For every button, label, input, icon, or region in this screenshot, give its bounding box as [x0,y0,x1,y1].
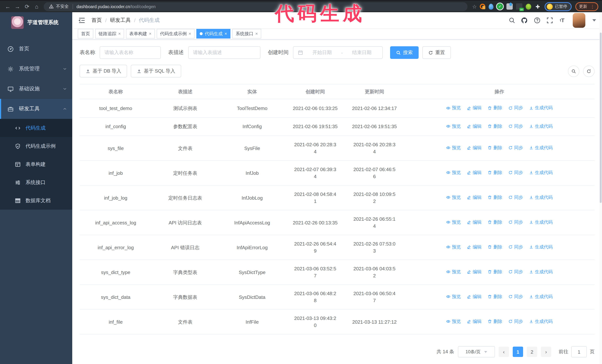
extensions-puzzle-icon[interactable]: ✚ [535,3,541,10]
table-desc-input[interactable]: 请输入表描述 [188,46,260,59]
forward-icon[interactable]: → [13,2,22,11]
refresh-table-button[interactable] [583,65,595,77]
action-generate[interactable]: 生成代码 [529,293,553,300]
scrollbar-thumb[interactable] [600,32,602,203]
action-generate[interactable]: 生成代码 [529,244,553,251]
reset-button[interactable]: 重置 [422,46,451,59]
submenu-item-codegen[interactable]: 代码生成 [0,119,72,137]
action-sync[interactable]: 同步 [508,293,523,300]
action-preview[interactable]: 预览 [446,145,461,151]
action-delete[interactable]: 删除 [487,244,502,251]
reload-icon[interactable]: ⟳ [22,2,32,11]
sidebar-item-devtools[interactable]: 研发工具 [0,99,72,119]
action-preview[interactable]: 预览 [446,104,461,112]
page-scrollbar[interactable] [599,12,602,364]
tag-system-api[interactable]: 系统接口× [232,29,261,39]
prev-page-button[interactable]: ‹ [499,347,509,357]
action-delete[interactable]: 删除 [487,269,502,275]
back-icon[interactable]: ← [3,2,13,11]
import-db-button[interactable]: 基于 DB 导入 [80,65,127,77]
action-edit[interactable]: 编辑 [467,244,482,251]
extension-icon-3[interactable]: ✓ [497,3,503,10]
action-delete[interactable]: 删除 [487,219,502,226]
close-icon[interactable]: × [118,31,121,36]
action-generate[interactable]: 生成代码 [529,269,553,275]
next-page-button[interactable]: › [541,347,551,357]
extension-icon-1[interactable] [480,4,485,9]
close-icon[interactable]: × [225,31,227,36]
close-icon[interactable]: × [255,31,258,36]
action-preview[interactable]: 预览 [446,194,461,201]
home-icon[interactable]: ⌂ [32,2,42,11]
page-size-select[interactable]: 10条/页 [458,346,495,357]
action-delete[interactable]: 删除 [487,104,502,112]
action-edit[interactable]: 编辑 [467,219,482,226]
action-generate[interactable]: 生成代码 [529,145,553,151]
page-button-2[interactable]: 2 [527,347,537,357]
action-edit[interactable]: 编辑 [467,169,482,176]
goto-page-input[interactable]: 1 [571,346,587,357]
submenu-item-form-builder[interactable]: 表单构建 [0,155,72,173]
submenu-item-db-doc[interactable]: 数据库文档 [0,191,72,210]
github-icon[interactable] [521,17,528,24]
browser-menu-button[interactable]: 更新 ⋮ [575,2,598,11]
app-logo[interactable]: 芋道管理系统 [0,12,72,33]
action-generate[interactable]: 生成代码 [529,318,553,325]
action-delete[interactable]: 删除 [487,145,502,151]
extension-icon-4[interactable] [506,3,513,10]
action-edit[interactable]: 编辑 [467,318,482,325]
action-sync[interactable]: 同步 [508,145,523,151]
action-sync[interactable]: 同步 [508,219,523,226]
page-button-1[interactable]: 1 [513,347,523,357]
action-sync[interactable]: 同步 [508,169,523,176]
sidebar-fold-icon[interactable] [78,16,86,24]
tag-codegen-active[interactable]: 代码生成× [196,29,230,39]
action-preview[interactable]: 预览 [446,169,461,176]
toggle-search-button[interactable] [568,65,580,77]
action-generate[interactable]: 生成代码 [529,219,553,226]
action-delete[interactable]: 删除 [487,194,502,201]
action-edit[interactable]: 编辑 [467,145,482,151]
avatar-caret-down-icon[interactable] [592,19,596,21]
action-preview[interactable]: 预览 [446,269,461,275]
close-icon[interactable]: × [149,31,151,36]
tag-trace[interactable]: 链路追踪× [95,29,124,39]
action-sync[interactable]: 同步 [508,318,523,325]
help-icon[interactable] [533,17,540,24]
action-edit[interactable]: 编辑 [467,123,482,130]
action-generate[interactable]: 生成代码 [529,123,553,130]
action-sync[interactable]: 同步 [508,244,523,251]
action-delete[interactable]: 删除 [487,169,502,176]
action-preview[interactable]: 预览 [446,219,461,226]
action-generate[interactable]: 生成代码 [529,104,553,112]
action-edit[interactable]: 编辑 [467,269,482,275]
tag-home[interactable]: 首页 [78,29,93,39]
font-size-icon[interactable]: tT [559,17,566,24]
fullscreen-icon[interactable] [546,17,553,24]
date-range-input[interactable]: 开始日期 - 结束日期 [293,46,383,59]
action-edit[interactable]: 编辑 [467,194,482,201]
action-preview[interactable]: 预览 [446,123,461,130]
import-sql-button[interactable]: 基于 SQL 导入 [131,65,181,77]
search-button[interactable]: 搜索 [390,46,419,59]
user-avatar[interactable] [573,13,585,28]
action-preview[interactable]: 预览 [446,318,461,325]
close-icon[interactable]: × [189,31,191,36]
action-preview[interactable]: 预览 [446,293,461,300]
action-generate[interactable]: 生成代码 [529,194,553,201]
action-sync[interactable]: 同步 [508,123,523,130]
extension-icon-6[interactable] [526,3,531,10]
action-edit[interactable]: 编辑 [467,293,482,300]
table-name-input[interactable]: 请输入表名称 [100,46,161,59]
action-sync[interactable]: 同步 [508,194,523,201]
action-edit[interactable]: 编辑 [467,104,482,112]
action-sync[interactable]: 同步 [508,269,523,275]
action-generate[interactable]: 生成代码 [529,169,553,176]
action-delete[interactable]: 删除 [487,318,502,325]
submenu-item-codegen-example[interactable]: 代码生成示例 [0,137,72,155]
profile-chip[interactable]: 已暂停 [545,2,572,11]
sidebar-item-system[interactable]: 系统管理 [0,59,72,79]
breadcrumb-devtools[interactable]: 研发工具 [110,17,131,23]
action-sync[interactable]: 同步 [508,104,523,112]
tag-form-builder[interactable]: 表单构建× [126,29,155,39]
